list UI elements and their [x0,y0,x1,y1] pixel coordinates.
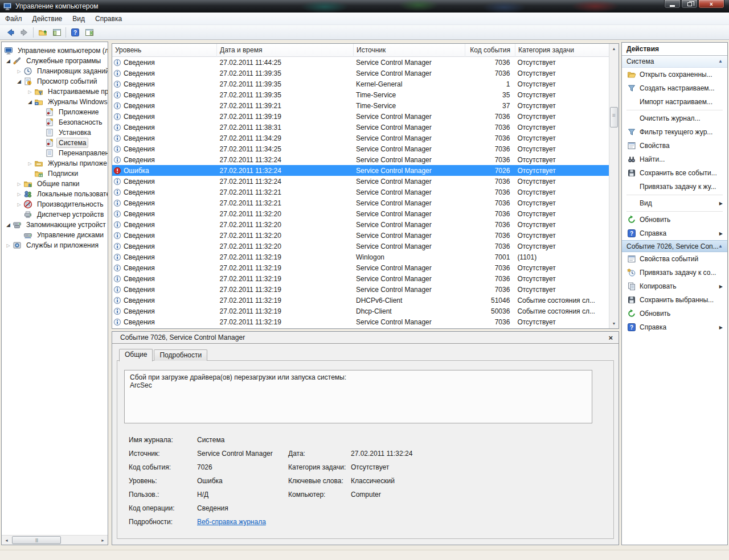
action-item-1-4[interactable]: Обновить [622,307,727,320]
collapse-icon[interactable]: ▲ [718,241,723,252]
event-row-9[interactable]: Сведения27.02.2011 11:32:24Service Contr… [112,154,609,165]
action-item-1-5[interactable]: ?Справка▶ [622,320,727,334]
tree-item-15[interactable]: ▷Производительность [2,199,108,209]
tree-item-14[interactable]: ▷Локальные пользовате [2,189,108,199]
action-item-0-2[interactable]: Импорт настраиваем... [622,95,727,109]
actions-group-header-0[interactable]: Система▲ [622,56,727,68]
tree-item-8[interactable]: Установка [2,127,108,138]
action-item-0-13[interactable]: Обновить [622,213,727,227]
tree-item-3[interactable]: ◢Просмотр событий [2,76,108,87]
event-row-23[interactable]: Сведения27.02.2011 11:32:19Dhcp-Client50… [112,306,609,316]
column-header-1[interactable]: Дата и время [217,44,354,57]
event-row-13[interactable]: Сведения27.02.2011 11:32:21Service Contr… [112,197,609,208]
action-pane-button[interactable] [82,26,96,39]
event-row-3[interactable]: Сведения27.02.2011 11:39:35Time-Service3… [112,89,609,100]
tab-details[interactable]: Подробности [154,349,207,361]
tree-item-4[interactable]: ▷Настраиваемые пр [2,87,108,97]
event-row-2[interactable]: Сведения27.02.2011 11:39:35Kernel-Genera… [112,79,609,89]
expander-collapsed-icon[interactable]: ▷ [15,69,23,74]
help-button[interactable]: ? [68,26,82,39]
menu-help[interactable]: Справка [90,13,127,25]
tree-item-16[interactable]: Диспетчер устройств [2,209,108,220]
event-row-17[interactable]: Сведения27.02.2011 11:32:20Service Contr… [112,241,609,252]
action-item-0-5[interactable]: Фильтр текущего жур... [622,125,727,139]
menu-action[interactable]: Действие [27,13,68,25]
tab-general[interactable]: Общие [119,349,153,361]
event-row-0[interactable]: Сведения27.02.2011 11:44:25Service Contr… [112,57,609,68]
action-item-1-0[interactable]: Свойства событий [622,252,727,266]
event-row-22[interactable]: Сведения27.02.2011 11:32:19DHCPv6-Client… [112,295,609,306]
back-button[interactable] [3,26,17,39]
expander-expanded-icon[interactable]: ◢ [4,222,13,228]
event-row-19[interactable]: Сведения27.02.2011 11:32:19Service Contr… [112,262,609,273]
expander-expanded-icon[interactable]: ◢ [15,79,23,84]
event-row-4[interactable]: Сведения27.02.2011 11:39:21Time-Service3… [112,100,609,111]
expander-collapsed-icon[interactable]: ▷ [26,89,34,94]
event-row-8[interactable]: Сведения27.02.2011 11:34:25Service Contr… [112,143,609,154]
action-item-0-4[interactable]: Очистить журнал... [622,112,727,125]
tree-item-19[interactable]: ▷Службы и приложения [2,240,108,250]
scroll-left-icon[interactable]: ◄ [2,536,11,545]
column-header-0[interactable]: Уровень [112,44,217,57]
expander-expanded-icon[interactable]: ◢ [4,58,13,64]
scroll-up-icon[interactable]: ▲ [609,44,619,53]
expander-expanded-icon[interactable]: ◢ [26,99,34,105]
expander-collapsed-icon[interactable]: ▷ [4,243,13,248]
tree-item-10[interactable]: Перенаправлен [2,148,108,158]
event-row-10[interactable]: Ошибка27.02.2011 11:32:24Service Control… [112,165,609,176]
tree-item-9[interactable]: Система [2,138,108,148]
minimize-button[interactable] [664,0,681,9]
expander-collapsed-icon[interactable]: ▷ [15,202,23,207]
action-item-0-1[interactable]: Создать настраиваем... [622,81,727,95]
tree-horizontal-scrollbar[interactable]: ◄ ► [2,535,108,545]
event-row-18[interactable]: Сведения27.02.2011 11:32:19Winlogon7001(… [112,252,609,262]
console-tree-button[interactable] [50,26,64,39]
scroll-down-icon[interactable]: ▼ [609,319,619,328]
tree-item-7[interactable]: Безопасность [2,117,108,127]
action-item-1-3[interactable]: Сохранить выбранны... [622,293,727,307]
event-row-6[interactable]: Сведения27.02.2011 11:38:31Service Contr… [112,122,609,133]
menu-file[interactable]: Файл [0,13,27,25]
tree-item-18[interactable]: Управление дисками [2,230,108,240]
event-row-20[interactable]: Сведения27.02.2011 11:32:19Service Contr… [112,273,609,284]
event-row-1[interactable]: Сведения27.02.2011 11:39:35Service Contr… [112,68,609,79]
event-row-11[interactable]: Сведения27.02.2011 11:32:24Service Contr… [112,176,609,187]
scrollbar-thumb[interactable] [12,536,61,544]
action-item-0-8[interactable]: Сохранить все событи... [622,166,727,180]
scrollbar-thumb[interactable] [610,107,618,127]
expander-collapsed-icon[interactable]: ▷ [15,192,23,197]
actions-group-header-1[interactable]: Событие 7026, Service Con...▲ [622,240,727,252]
column-header-4[interactable]: Категория задачи [515,44,610,57]
tree-item-12[interactable]: Подписки [2,168,108,179]
action-item-0-14[interactable]: ?Справка▶ [622,227,727,240]
tree-item-13[interactable]: ▷Общие папки [2,179,108,189]
action-item-0-6[interactable]: Свойства [622,139,727,153]
tree-item-11[interactable]: ▷Журналы приложе [2,158,108,168]
event-row-5[interactable]: Сведения27.02.2011 11:39:19Service Contr… [112,111,609,122]
event-log-online-help-link[interactable]: Веб-справка журнала [197,518,266,526]
event-row-14[interactable]: Сведения27.02.2011 11:32:20Service Contr… [112,208,609,219]
forward-button[interactable] [17,26,31,39]
action-item-0-0[interactable]: Открыть сохраненны... [622,68,727,81]
column-header-2[interactable]: Источник [354,44,465,57]
event-row-21[interactable]: Сведения27.02.2011 11:32:19Service Contr… [112,284,609,295]
event-row-15[interactable]: Сведения27.02.2011 11:32:20Service Contr… [112,219,609,230]
up-folder-button[interactable] [35,26,50,39]
action-item-1-2[interactable]: Копировать▶ [622,279,727,293]
close-button[interactable]: × [698,0,724,9]
event-row-7[interactable]: Сведения27.02.2011 11:34:29Service Contr… [112,133,609,143]
event-list-scrollbar[interactable]: ▲ ▼ [609,44,619,328]
tree-item-2[interactable]: ▷Планировщик заданий [2,66,108,76]
tree-item-0[interactable]: Управление компьютером (л [2,46,108,56]
scroll-right-icon[interactable]: ► [98,536,108,545]
action-item-1-1[interactable]: Привязать задачу к со... [622,266,727,279]
event-message-box[interactable]: Сбой при загрузке драйвера(ов) перезагру… [124,370,592,423]
event-row-12[interactable]: Сведения27.02.2011 11:32:21Service Contr… [112,187,609,197]
action-item-0-7[interactable]: Найти... [622,153,727,166]
tree-item-6[interactable]: Приложение [2,107,108,117]
tree-item-17[interactable]: ◢Запоминающие устройст [2,220,108,230]
tree-item-5[interactable]: ◢Журналы Windows [2,97,108,107]
collapse-icon[interactable]: ▲ [718,56,723,67]
tree-item-1[interactable]: ◢Служебные программы [2,56,108,66]
column-header-3[interactable]: Код события [465,44,515,57]
